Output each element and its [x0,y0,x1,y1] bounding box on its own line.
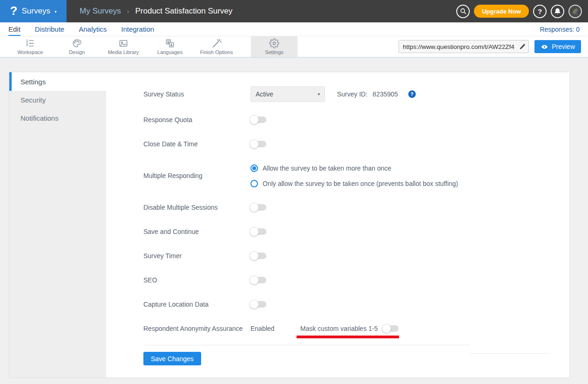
search-button[interactable] [456,5,470,18]
radio-unselected-icon [250,180,258,187]
tab-distribute[interactable]: Distribute [35,22,64,36]
tool-tab-label: Design [69,49,85,55]
gear-icon [269,38,279,48]
help-button[interactable]: ? [533,5,547,18]
disable-multiple-sessions-row: Disable Multiple Sessions [143,195,569,219]
avatar-logo-icon [571,7,580,16]
radio-only-once[interactable]: Only allow the survey to be taken once (… [250,176,458,191]
anonymity-status: Enabled [250,325,300,332]
bell-icon [554,8,561,15]
eye-icon [541,43,548,50]
tool-tab-label: Languages [157,49,182,55]
survey-url-field [399,40,529,53]
seo-row: SEO [143,268,569,292]
red-annotation-underline [297,336,399,338]
breadcrumb: My Surveys › Product Satisfaction Survey [80,7,232,16]
chevron-down-icon: ▾ [54,9,57,14]
tool-tab-label: Media Library [108,49,139,55]
chevron-down-icon: ▾ [318,92,320,96]
edit-toolbar: Workspace Design Media Library Languages [0,36,588,58]
tool-tab-workspace[interactable]: Workspace [7,36,54,57]
capture-location-data-toggle[interactable] [250,301,266,308]
save-and-continue-row: Save and Continue [143,219,569,244]
settings-card: Settings Security Notifications Survey S… [9,72,569,377]
main-content: Settings Security Notifications Survey S… [0,58,588,377]
tool-tab-languages[interactable]: Languages [147,36,193,57]
toggle-knob [250,300,259,309]
survey-id-help-icon[interactable]: ? [408,90,416,98]
sidebar-item-settings[interactable]: Settings [9,72,106,91]
tool-tab-settings[interactable]: Settings [251,36,297,57]
seo-label: SEO [143,276,250,284]
tab-integration[interactable]: Integration [121,22,154,36]
radio-allow-multiple-label: Allow the survey to be taken more than o… [263,165,391,172]
toggle-knob [250,275,259,285]
disable-multiple-sessions-toggle[interactable] [250,204,266,211]
toggle-knob [250,227,259,236]
image-icon [118,38,128,48]
settings-form: Survey Status Active ▾ Survey ID: 823590… [106,72,569,377]
response-quota-label: Response Quota [143,116,250,123]
survey-status-label: Survey Status [143,90,250,98]
radio-only-once-label: Only allow the survey to be taken once (… [263,180,458,187]
preview-button[interactable]: Preview [534,40,581,53]
capture-location-data-row: Capture Location Data [143,292,569,316]
multiple-responding-options: Allow the survey to be taken more than o… [250,161,458,191]
tool-tab-media-library[interactable]: Media Library [100,36,147,57]
toggle-knob [250,203,259,212]
workspace-icon [25,38,35,48]
tab-edit[interactable]: Edit [8,22,20,36]
sidebar-item-notifications[interactable]: Notifications [9,109,106,127]
save-and-continue-toggle[interactable] [250,228,266,235]
capture-location-data-label: Capture Location Data [143,301,250,308]
save-changes-button[interactable]: Save Changes [143,352,201,365]
divider [143,345,470,345]
survey-timer-label: Survey Timer [143,252,250,260]
mask-custom-variables-label: Mask custom variables 1-5 [300,325,383,332]
survey-url-input[interactable] [399,43,516,50]
response-quota-toggle[interactable] [250,117,266,123]
breadcrumb-my-surveys[interactable]: My Surveys [80,7,121,16]
toggle-knob [250,139,259,149]
tool-tab-design[interactable]: Design [54,36,100,57]
survey-id-value: 8235905 [372,90,398,98]
survey-status-value: Active [256,90,273,98]
questionpro-logo-icon: ? [10,5,18,17]
responses-count[interactable]: Responses: 0 [540,22,580,36]
survey-status-dropdown[interactable]: Active ▾ [250,86,325,102]
tab-analytics[interactable]: Analytics [79,22,107,36]
notifications-button[interactable] [551,5,564,18]
close-date-time-row: Close Date & Time [143,132,569,156]
disable-multiple-sessions-label: Disable Multiple Sessions [143,204,250,211]
sidebar-item-security[interactable]: Security [9,91,106,109]
tool-tab-finish-options[interactable]: Finish Options [193,36,240,57]
save-and-continue-label: Save and Continue [143,228,250,235]
survey-timer-toggle[interactable] [250,253,266,259]
toggle-knob [382,324,391,333]
tool-tab-label: Workspace [18,49,43,55]
survey-status-row: Survey Status Active ▾ Survey ID: 823590… [143,83,569,105]
section-nav: Edit Distribute Analytics Integration Re… [0,22,588,36]
product-name: Surveys [21,7,50,16]
palette-icon [72,38,82,48]
edit-url-button[interactable] [516,43,528,50]
respondent-anonymity-row: Respondent Anonymity Assurance Enabled M… [143,316,569,341]
tool-tab-label: Finish Options [200,49,233,55]
upgrade-now-button[interactable]: Upgrade Now [474,5,529,18]
topbar: ? Surveys ▾ My Surveys › Product Satisfa… [0,0,588,22]
breadcrumb-separator: › [127,7,129,15]
page-title: Product Satisfaction Survey [135,7,232,16]
settings-sidebar: Settings Security Notifications [9,72,106,377]
divider [470,353,549,354]
seo-toggle[interactable] [250,277,266,283]
question-icon: ? [538,7,542,15]
survey-id-label: Survey ID: [337,90,367,98]
account-avatar[interactable] [568,5,582,18]
pencil-icon [519,43,526,50]
radio-allow-multiple[interactable]: Allow the survey to be taken more than o… [250,161,458,176]
multiple-responding-row: Multiple Responding Allow the survey to … [143,156,569,195]
mask-custom-variables-toggle[interactable] [383,325,399,332]
product-switcher[interactable]: ? Surveys ▾ [0,0,67,22]
multiple-responding-label: Multiple Responding [143,172,250,179]
close-date-time-toggle[interactable] [250,141,266,147]
